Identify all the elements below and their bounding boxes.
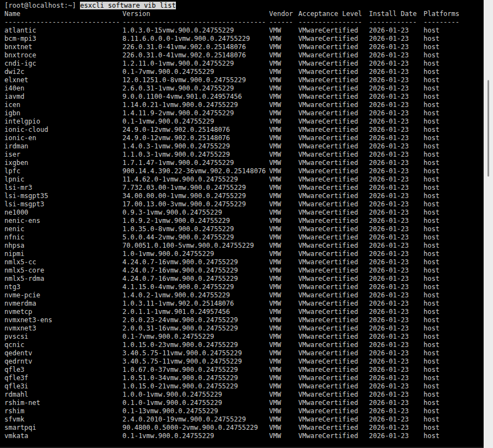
cell-install-date: 2026-01-23 (369, 126, 424, 134)
cell-name: cndi-igc (4, 60, 122, 68)
cell-name: nipmi (4, 250, 122, 258)
cell-version: 4.24.0.7-16vmw.900.0.24755229 (122, 258, 269, 266)
cell-install-date: 2026-01-23 (369, 151, 424, 159)
terminal-output: [root@localhost:~] esxcli software vib l… (0, 0, 484, 440)
cell-install-date: 2026-01-23 (369, 101, 424, 109)
cell-vendor: VMW (269, 76, 298, 84)
cell-platforms: host (424, 200, 440, 209)
cell-acceptance-level: VMwareCertified (298, 258, 369, 266)
table-row: cndi-igc1.2.11.0-1vmw.900.0.24755229VMWV… (4, 60, 484, 68)
cell-install-date: 2026-01-23 (369, 333, 424, 341)
cell-platforms: host (424, 60, 440, 68)
cell-vendor: VMW (269, 407, 298, 415)
cell-version: 1.0.15.0-21vmw.900.0.24755229 (122, 382, 269, 391)
cell-platforms: host (424, 68, 440, 76)
cell-platforms: host (424, 266, 440, 275)
cell-acceptance-level: VMwareCertified (298, 250, 369, 258)
shell-prompt: [root@localhost:~] (4, 2, 80, 9)
cell-acceptance-level: VMwareCertified (298, 233, 369, 242)
table-row: nmlx5-rdma4.24.0.7-16vmw.900.0.24755229V… (4, 275, 484, 283)
cell-platforms: host (424, 184, 440, 192)
table-row: ixgben1.7.1.47-1vmw.900.0.24755229VMWVMw… (4, 159, 484, 167)
table-row: nvmerdma1.0.3.11-1vmw.902.0.25148076VMWV… (4, 300, 484, 308)
cell-platforms: host (424, 324, 440, 333)
cell-install-date: 2026-01-23 (369, 118, 424, 126)
cell-acceptance-level: VMwareCertified (298, 51, 369, 60)
cell-platforms: host (424, 382, 440, 391)
cell-version: 1.4.11.9-2vmw.900.0.24755229 (122, 109, 269, 118)
cell-version: 4.24.0.7-16vmw.900.0.24755229 (122, 266, 269, 275)
cell-acceptance-level: VMwareCertified (298, 118, 369, 126)
cell-platforms: host (424, 151, 440, 159)
cell-platforms: host (424, 424, 440, 432)
cell-version: 12.0.1251.0-8vmw.900.0.24755229 (122, 76, 269, 84)
cell-name: elxnet (4, 76, 122, 84)
cell-install-date: 2026-01-23 (369, 349, 424, 358)
table-header: NameVersionVendorAcceptance LevelInstall… (4, 10, 484, 18)
cell-install-date: 2026-01-23 (369, 225, 424, 233)
cell-version: 1.0-1vmw.900.0.24755229 (122, 250, 269, 258)
cell-vendor: VMW (269, 200, 298, 209)
cell-name: qfle3f (4, 374, 122, 382)
cell-acceptance-level: VMwareCertified (298, 242, 369, 250)
cell-name: lpnic (4, 175, 122, 184)
cell-version: 0.1.0-1vmw.900.0.24755229 (122, 399, 269, 407)
table-row: iavmd9.0.0.1100-4vmw.901.0.24957456VMWVM… (4, 93, 484, 101)
cell-name: atlantic (4, 26, 122, 35)
cell-install-date: 2026-01-23 (369, 308, 424, 316)
cell-acceptance-level: VMwareCertified (298, 333, 369, 341)
cell-version: 3.40.5.75-11vmw.900.0.24755229 (122, 358, 269, 366)
cell-acceptance-level: VMwareCertified (298, 167, 369, 175)
cell-platforms: host (424, 415, 440, 424)
terminal-window[interactable]: [root@localhost:~] esxcli software vib l… (0, 0, 493, 448)
cell-version: 1.0.0-1vmw.900.0.24755229 (122, 391, 269, 399)
cell-install-date: 2026-01-23 (369, 60, 424, 68)
cell-name: ixgben (4, 159, 122, 167)
cell-name: bnxtroce (4, 51, 122, 60)
cell-name: qedentv (4, 349, 122, 358)
cell-version: 17.00.13.00-3vmw.900.0.24755229 (122, 200, 269, 209)
cell-version: 0.1-1vmw.900.0.24755229 (122, 118, 269, 126)
table-row: nipmi1.0-1vmw.900.0.24755229VMWVMwareCer… (4, 250, 484, 258)
header-vendor: Vendor (269, 10, 298, 18)
cell-vendor: VMW (269, 233, 298, 242)
cell-platforms: host (424, 84, 440, 93)
cell-version: 4.1.15.0-4vmw.900.0.24755229 (122, 283, 269, 291)
cell-version: 2.0.1.1-1vmw.901.0.24957456 (122, 308, 269, 316)
cell-acceptance-level: VMwareCertified (298, 308, 369, 316)
cell-name: qedrntv (4, 358, 122, 366)
table-row: qedrntv3.40.5.75-11vmw.900.0.24755229VMW… (4, 358, 484, 366)
cell-acceptance-level: VMwareCertified (298, 349, 369, 358)
cell-acceptance-level: VMwareCertified (298, 142, 369, 151)
cell-name: nenic-ens (4, 217, 122, 225)
cell-platforms: host (424, 407, 440, 415)
cell-platforms: host (424, 233, 440, 242)
cell-install-date: 2026-01-23 (369, 258, 424, 266)
table-row: lpfc900.14.4.390.22-36vmw.902.0.25148076… (4, 167, 484, 175)
cell-version: 1.0.15.0-23vmw.900.0.24755229 (122, 341, 269, 349)
header-version: Version (122, 10, 269, 18)
cell-name: nvmxnet3-ens (4, 316, 122, 324)
cell-version: 2.4.0.2010-19vmw.900.0.24755229 (122, 415, 269, 424)
cell-name: dwi2c (4, 68, 122, 76)
cell-name: nmlx5-core (4, 266, 122, 275)
cell-vendor: VMW (269, 93, 298, 101)
cell-vendor: VMW (269, 324, 298, 333)
scrollbar-thumb[interactable] (487, 80, 489, 177)
table-row: intelgpio0.1-1vmw.900.0.24755229VMWVMwar… (4, 118, 484, 126)
cell-name: iavmd (4, 93, 122, 101)
cell-vendor: VMW (269, 291, 298, 300)
table-row: iser1.1.0.3-1vmw.900.0.24755229VMWVMware… (4, 151, 484, 159)
cell-platforms: host (424, 432, 440, 440)
cell-install-date: 2026-01-23 (369, 391, 424, 399)
scrollbar-track[interactable] (484, 0, 493, 448)
cell-platforms: host (424, 374, 440, 382)
cell-vendor: VMW (269, 151, 298, 159)
cell-install-date: 2026-01-23 (369, 51, 424, 60)
cell-install-date: 2026-01-23 (369, 399, 424, 407)
cell-vendor: VMW (269, 300, 298, 308)
cell-version: 0.1-1vmw.900.0.24755229 (122, 432, 269, 440)
cell-vendor: VMW (269, 266, 298, 275)
cell-version: 0.1-7vmw.900.0.24755229 (122, 333, 269, 341)
cell-name: iser (4, 151, 122, 159)
